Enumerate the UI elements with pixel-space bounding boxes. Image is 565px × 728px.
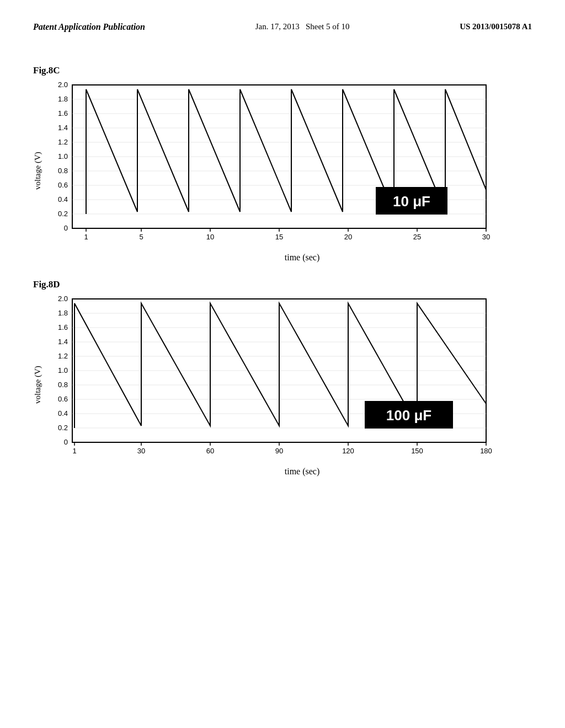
publication-date-sheet: Jan. 17, 2013 Sheet 5 of 10: [255, 22, 350, 31]
page-content: Fig.8C voltage (V): [0, 32, 565, 477]
svg-text:1.0: 1.0: [58, 152, 68, 160]
svg-text:2.0: 2.0: [58, 81, 68, 89]
svg-text:1.8: 1.8: [58, 309, 68, 317]
svg-text:0.4: 0.4: [58, 409, 68, 417]
svg-text:30: 30: [137, 447, 145, 455]
svg-text:30: 30: [482, 233, 490, 241]
figure-8d: Fig.8D voltage (V): [33, 279, 532, 477]
svg-text:25: 25: [413, 233, 421, 241]
figure-8c-svg: 2.0 1.8 1.6 1.4 1.2 1.0 0.8 0.6 0.4 0.2 …: [45, 79, 497, 250]
publication-number: US 2013/0015078 A1: [460, 22, 532, 31]
figure-8d-label: Fig.8D: [33, 279, 532, 290]
svg-text:0.8: 0.8: [58, 381, 68, 389]
publication-title: Patent Application Publication: [33, 22, 145, 32]
svg-text:1: 1: [84, 233, 88, 241]
figure-8c-label: Fig.8C: [33, 65, 532, 76]
svg-text:1.2: 1.2: [58, 352, 68, 360]
svg-text:100 μF: 100 μF: [386, 407, 431, 424]
svg-text:1.4: 1.4: [58, 124, 68, 132]
svg-text:60: 60: [206, 447, 214, 455]
figure-8d-y-axis-label: voltage (V): [33, 293, 42, 477]
svg-text:0.2: 0.2: [58, 424, 68, 432]
svg-text:1.0: 1.0: [58, 366, 68, 374]
svg-text:90: 90: [275, 447, 283, 455]
svg-text:1.2: 1.2: [58, 138, 68, 146]
figure-8c-y-axis-label: voltage (V): [33, 79, 42, 263]
svg-text:1.6: 1.6: [58, 323, 68, 331]
figure-8d-chart-area: 2.0 1.8 1.6 1.4 1.2 1.0 0.8 0.6 0.4 0.2 …: [45, 293, 532, 477]
svg-text:1.4: 1.4: [58, 338, 68, 346]
figure-8c-x-axis-label: time (sec): [72, 253, 532, 263]
svg-text:120: 120: [342, 447, 354, 455]
svg-text:0.6: 0.6: [58, 181, 68, 189]
svg-text:20: 20: [344, 233, 352, 241]
figure-8c-chart-wrapper: voltage (V): [33, 79, 532, 263]
svg-text:0: 0: [64, 224, 68, 232]
svg-text:1: 1: [72, 447, 76, 455]
svg-text:0.4: 0.4: [58, 195, 68, 204]
svg-text:10 μF: 10 μF: [393, 193, 430, 210]
figure-8d-svg: 2.0 1.8 1.6 1.4 1.2 1.0 0.8 0.6 0.4 0.2 …: [45, 293, 497, 464]
svg-text:0.2: 0.2: [58, 210, 68, 218]
svg-text:5: 5: [139, 233, 143, 241]
svg-text:1.6: 1.6: [58, 109, 68, 117]
figure-8d-chart-wrapper: voltage (V) 2.0: [33, 293, 532, 477]
svg-text:0.8: 0.8: [58, 167, 68, 175]
page-header: Patent Application Publication Jan. 17, …: [0, 0, 565, 32]
svg-text:0: 0: [64, 438, 68, 446]
svg-text:150: 150: [411, 447, 423, 455]
svg-text:10: 10: [206, 233, 214, 241]
figure-8c: Fig.8C voltage (V): [33, 65, 532, 263]
svg-text:1.8: 1.8: [58, 95, 68, 103]
svg-text:15: 15: [275, 233, 283, 241]
figure-8c-chart-area: 2.0 1.8 1.6 1.4 1.2 1.0 0.8 0.6 0.4 0.2 …: [45, 79, 532, 263]
svg-text:2.0: 2.0: [58, 295, 68, 303]
svg-text:180: 180: [480, 447, 492, 455]
figure-8d-x-axis-label: time (sec): [72, 467, 532, 477]
svg-text:0.6: 0.6: [58, 395, 68, 403]
